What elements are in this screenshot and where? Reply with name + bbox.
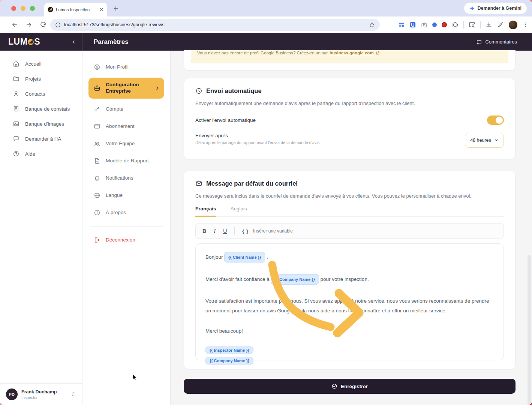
variable-chip-inspector-name[interactable]: {{ Inspector Name }} [205,346,253,354]
message-title-row: Message par défaut du courriel [195,180,504,187]
logo-text-pre: LUM [8,37,27,47]
ext-red-icon[interactable] [442,22,447,27]
main-content: Vous n'avez pas encore de profil Google … [171,51,532,405]
menu-divider [90,226,163,226]
bell-icon [94,175,100,182]
extensions-row [398,19,528,31]
logo-moon-icon [28,39,34,45]
sidebar-item-projets[interactable]: Projets [0,71,82,86]
back-icon[interactable] [11,21,18,28]
bold-button[interactable]: B [202,228,206,234]
body-paragraph: Votre satisfaction est importante pour n… [205,296,494,316]
macos-minimize-button[interactable] [21,6,25,11]
user-name: Frank Duchamp [21,389,57,394]
save-button[interactable]: Enregistrer [184,379,516,394]
settings-item-configuration-entreprise[interactable]: Configuration Entreprise [88,78,164,99]
site-info-icon[interactable] [55,22,61,28]
bookmark-star-icon[interactable] [369,22,375,28]
gemini-button[interactable]: Demander à Gemini [464,3,527,14]
ext-dot-icon[interactable] [432,22,437,27]
tab-anglais[interactable]: Anglais [231,206,247,216]
reload-icon[interactable] [40,21,46,28]
auto-send-toggle-label: Activer l'envoi automatique [195,117,256,123]
settings-item-abonnement[interactable]: Abonnement [88,118,164,135]
ext-app-icon[interactable] [409,21,416,28]
sidebar-item-aide[interactable]: Aide [0,146,82,161]
sidebar-item-banque-constats[interactable]: Banque de constats [0,101,82,116]
settings-item-label: Notifications [106,175,133,182]
kebab-menu-icon[interactable] [522,22,528,28]
tab-francais[interactable]: Français [195,206,216,217]
file-icon [94,158,100,164]
message-editor[interactable]: Bonjour {{ Client Name }} , Merci d'avoi… [195,243,504,360]
tab-close-icon[interactable] [99,7,104,12]
url-text[interactable]: localhost:5173/settings/business/google-… [64,22,366,27]
sidebar-collapse-icon[interactable] [71,39,76,45]
comments-button[interactable]: Commentaires [476,39,517,45]
sidebar-item-banque-images[interactable]: Banque d'images [0,116,82,131]
sidebar-item-contacts[interactable]: Contacts [0,86,82,101]
browser-window: Lumos Inspection Demander à Gemini local… [0,0,532,405]
settings-item-mon-profil[interactable]: Mon Profil [88,59,164,75]
greeting-line: Bonjour {{ Client Name }} , [205,252,494,262]
new-tab-icon[interactable] [112,5,119,12]
toggle-knob [496,117,503,124]
app-header: LUM S Paramètres Commentaires [0,33,532,51]
ext-camera-icon[interactable] [421,22,427,28]
variable-chip-client-name[interactable]: {{ Client Name }} [224,252,265,262]
inspect-icon[interactable] [469,21,475,28]
omnibox[interactable]: localhost:5173/settings/business/google-… [50,19,380,31]
auto-send-card: Envoi automatique Envoyer automatiquemen… [184,78,516,159]
italic-button[interactable]: I [214,228,216,234]
settings-item-notifications[interactable]: Notifications [88,170,164,186]
mail-icon [195,180,202,187]
downloads-icon[interactable] [486,21,492,28]
person-icon [13,90,19,97]
sidebar-item-accueil[interactable]: Accueil [0,56,82,71]
settings-item-label: Compte [106,106,123,112]
comment-bubble-icon [476,39,482,45]
settings-item-votre-equipe[interactable]: Votre Équipe [88,135,164,152]
message-title: Message par défaut du courriel [206,180,298,187]
auto-send-title: Envoi automatique [206,87,262,94]
sidebar-item-label: Projets [25,76,41,82]
underline-button[interactable]: U [223,228,227,234]
settings-item-label: Configuration Entreprise [106,82,150,94]
editor-toolbar: B I U { } Insérer une variable [195,223,504,239]
gemini-button-label: Demander à Gemini [478,6,522,11]
settings-item-compte[interactable]: Compte [88,101,164,117]
delay-select[interactable]: 48 heures [465,133,504,148]
signature-chips: {{ Inspector Name }} {{ Company Name }} [205,346,494,364]
sidebar-item-demander-ia[interactable]: Demander à l'IA [0,131,82,146]
browser-profile-avatar[interactable] [509,21,517,29]
key-icon [94,106,100,112]
scrollbar-thumb[interactable] [528,255,531,405]
variable-chip-company-name-2[interactable]: {{ Company Name }} [205,357,253,364]
settings-item-modele-rapport[interactable]: Modèle de Rapport [88,153,164,169]
forward-icon[interactable] [25,21,32,28]
macos-close-button[interactable] [11,6,16,11]
auto-send-toggle[interactable] [487,116,504,125]
insert-variable-icon[interactable]: { } [242,228,249,234]
settings-item-a-propos[interactable]: À propos [88,204,164,221]
site-favicon [48,7,53,12]
settings-item-label: Langue [106,192,123,199]
macos-zoom-button[interactable] [30,6,35,11]
insert-variable-button[interactable]: Insérer une variable [253,228,293,234]
browser-tab[interactable]: Lumos Inspection [44,3,107,16]
banner-link[interactable]: business.google.com [330,51,374,55]
external-link-icon [376,51,380,55]
briefcase-icon [94,85,100,92]
team-icon [94,140,100,147]
pen-icon[interactable] [497,21,504,28]
settings-item-langue[interactable]: Langue [88,187,164,204]
logout-button[interactable]: Déconnexion [88,232,164,248]
user-role: Inspector [21,395,57,400]
switch-account-icon[interactable] [70,392,76,397]
google-business-card: Vous n'avez pas encore de profil Google … [184,50,516,70]
ext-grid-icon[interactable] [398,22,405,28]
variable-chip-company-name[interactable]: {{ Company Name }} [271,274,319,285]
user-profile[interactable]: FD Frank Duchamp Inspector [0,383,82,405]
sidebar-item-label: Banque d'images [25,121,64,127]
extensions-puzzle-icon[interactable] [452,21,459,28]
